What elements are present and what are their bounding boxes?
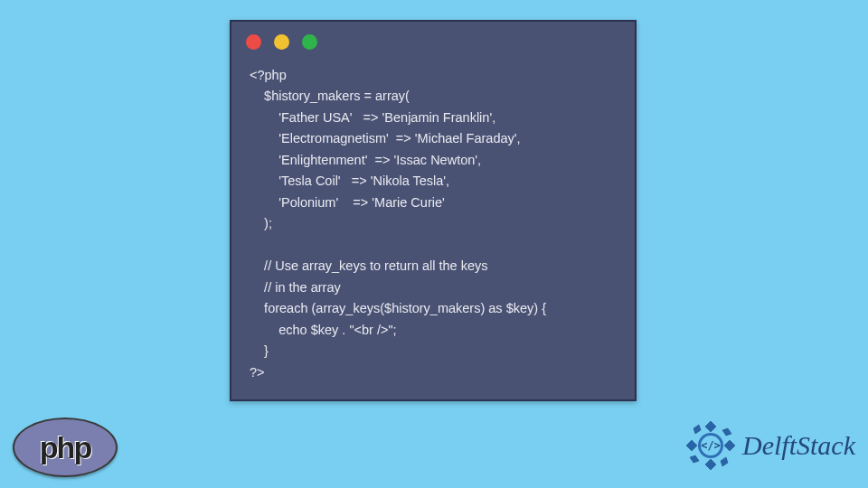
svg-marker-0 [705, 421, 716, 432]
code-body: <?php $history_makers = array( 'Father U… [231, 61, 635, 399]
maximize-icon [302, 34, 317, 50]
svg-marker-6 [693, 425, 701, 434]
svg-marker-3 [724, 440, 735, 451]
svg-marker-4 [722, 428, 731, 436]
delftstack-text: DelftStack [742, 430, 855, 461]
delftstack-icon: </> [684, 419, 737, 472]
delftstack-brand: </> DelftStack [684, 419, 855, 472]
window-titlebar [231, 22, 635, 61]
svg-text:</>: </> [701, 439, 721, 452]
svg-marker-5 [690, 455, 699, 463]
code-window: <?php $history_makers = array( 'Father U… [230, 20, 637, 401]
php-logo-text: php [40, 430, 90, 465]
svg-marker-2 [686, 440, 697, 451]
svg-marker-7 [721, 457, 728, 466]
close-icon [246, 34, 261, 50]
minimize-icon [274, 34, 289, 50]
php-logo: php [13, 418, 118, 477]
svg-marker-1 [705, 459, 716, 470]
